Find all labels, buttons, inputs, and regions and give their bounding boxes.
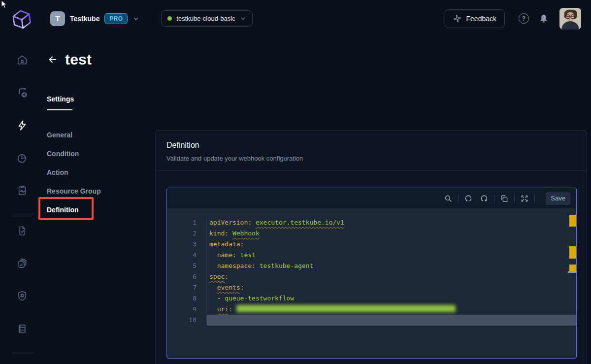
redacted-url [236, 305, 456, 312]
line-number: 5 [167, 261, 207, 271]
slack-icon [453, 14, 461, 23]
org-switcher[interactable]: T Testkube PRO [50, 11, 139, 26]
panel-subtitle: Validate and update your webhook configu… [166, 155, 576, 162]
feedback-button[interactable]: Feedback [445, 9, 505, 28]
definition-panel: Definition Validate and update your webh… [155, 130, 587, 364]
code-line-5: 5 namespace: testkube-agent [167, 261, 576, 271]
save-button[interactable]: Save [546, 192, 570, 205]
copy-icon[interactable] [500, 194, 509, 203]
tab-settings[interactable]: Settings [47, 95, 74, 103]
line-number: 6 [167, 271, 207, 282]
environment-name: testkube-cloud-basic [176, 15, 235, 22]
home-icon[interactable] [16, 54, 29, 66]
yaml-editor: Save 1apiVersion: executor.testkube.io/v… [166, 188, 577, 359]
subnav-item-action[interactable]: Action [47, 163, 101, 182]
environment-status-dot [167, 16, 172, 21]
code-line-8: 8 - queue-testworkflow [167, 293, 576, 304]
toolbar-separator [514, 194, 515, 203]
org-name: Testkube [70, 15, 99, 23]
shield-gear-icon[interactable] [16, 290, 29, 301]
line-number: 1 [167, 217, 207, 228]
line-number: 8 [167, 293, 207, 304]
undo-icon[interactable] [464, 194, 473, 203]
chevron-down-icon [132, 15, 139, 22]
sidebar-divider [11, 214, 33, 214]
code-line-7: 7 events: [167, 282, 576, 293]
user-avatar[interactable] [559, 8, 581, 30]
panel-title: Definition [166, 141, 576, 150]
code-line-6: 6spec: [167, 271, 576, 282]
page-header: test [47, 51, 92, 68]
page-title: test [65, 51, 92, 68]
subnav-item-general[interactable]: General [47, 126, 101, 144]
code-line-2: 2kind: Webhook [167, 228, 576, 239]
definition-panel-header: Definition Validate and update your webh… [156, 131, 587, 171]
pro-plan-badge: PRO [104, 13, 128, 24]
subnav-item-definition[interactable]: Definition [47, 200, 101, 219]
toolbar-separator [494, 194, 494, 203]
back-arrow-icon[interactable] [47, 54, 58, 65]
code-line-1: 1apiVersion: executor.testkube.io/v1 [167, 217, 576, 228]
trigger-plus-icon[interactable] [16, 87, 29, 98]
clipboard-pulse-icon[interactable] [16, 185, 29, 196]
help-icon[interactable]: ? [519, 13, 529, 24]
subnav-item-resource-group[interactable]: Resource Group [47, 182, 101, 200]
code-area[interactable]: 1apiVersion: executor.testkube.io/v12kin… [167, 208, 576, 359]
line-number: 3 [167, 239, 207, 250]
topbar: T Testkube PRO testkube-cloud-basic Feed… [0, 0, 591, 37]
toolbar-separator [534, 194, 535, 203]
org-initial-badge: T [50, 11, 65, 26]
line-number: 10 [167, 315, 207, 326]
expand-icon[interactable] [520, 194, 529, 203]
server-icon[interactable] [16, 323, 29, 334]
testkube-logo-icon[interactable] [10, 7, 33, 31]
redo-icon[interactable] [480, 194, 489, 203]
code-line-9: 9 uri: [167, 304, 576, 315]
code-line-4: 4 name: test [167, 250, 576, 261]
settings-subnav: GeneralConditionActionResource GroupDefi… [47, 126, 101, 219]
sidebar-divider [11, 353, 33, 353]
line-number: 7 [167, 282, 207, 293]
toolbar-separator [458, 194, 459, 203]
environment-selector[interactable]: testkube-cloud-basic [161, 10, 252, 27]
code-line-10: 10 [167, 315, 576, 326]
file-check-icon[interactable] [16, 225, 29, 236]
pie-chart-icon[interactable] [16, 152, 29, 164]
subnav-item-condition[interactable]: Condition [47, 144, 101, 163]
feedback-label: Feedback [466, 15, 496, 23]
chevron-down-icon [240, 15, 246, 22]
sidebar [0, 37, 44, 364]
notifications-bell-icon[interactable] [539, 13, 549, 24]
files-check-icon[interactable] [16, 258, 29, 269]
topbar-right: Feedback ? [445, 8, 581, 30]
line-number: 4 [167, 250, 207, 261]
code-line-3: 3metadata: [167, 239, 576, 250]
search-icon[interactable] [444, 194, 453, 203]
line-number: 2 [167, 228, 207, 239]
line-number: 9 [167, 304, 207, 315]
editor-toolbar: Save [167, 188, 576, 208]
lightning-icon[interactable] [16, 120, 29, 131]
